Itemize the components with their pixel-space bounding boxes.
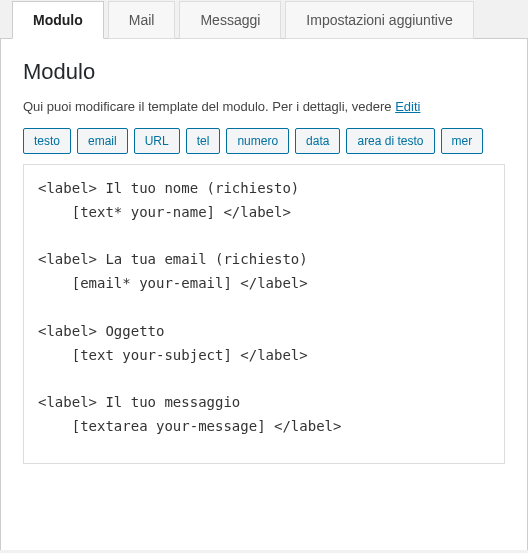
description-link[interactable]: Editi — [395, 99, 420, 114]
tag-btn-email[interactable]: email — [77, 128, 128, 154]
tag-generator-row: testo email URL tel numero data area di … — [23, 128, 505, 154]
tab-modulo[interactable]: Modulo — [12, 1, 104, 39]
panel-description: Qui puoi modificare il template del modu… — [23, 99, 505, 114]
tag-btn-numero[interactable]: numero — [226, 128, 289, 154]
tag-btn-tel[interactable]: tel — [186, 128, 221, 154]
tab-messaggi[interactable]: Messaggi — [179, 1, 281, 39]
tag-btn-more[interactable]: mer — [441, 128, 484, 154]
panel-heading: Modulo — [23, 59, 505, 85]
tab-bar: Modulo Mail Messaggi Impostazioni aggiun… — [0, 0, 528, 39]
tab-mail[interactable]: Mail — [108, 1, 176, 39]
tag-btn-data[interactable]: data — [295, 128, 340, 154]
tag-btn-area-testo[interactable]: area di testo — [346, 128, 434, 154]
tag-btn-url[interactable]: URL — [134, 128, 180, 154]
tag-btn-testo[interactable]: testo — [23, 128, 71, 154]
description-text: Qui puoi modificare il template del modu… — [23, 99, 395, 114]
tab-impostazioni[interactable]: Impostazioni aggiuntive — [285, 1, 473, 39]
form-template-editor[interactable] — [23, 164, 505, 464]
panel-modulo: Modulo Qui puoi modificare il template d… — [0, 39, 528, 550]
